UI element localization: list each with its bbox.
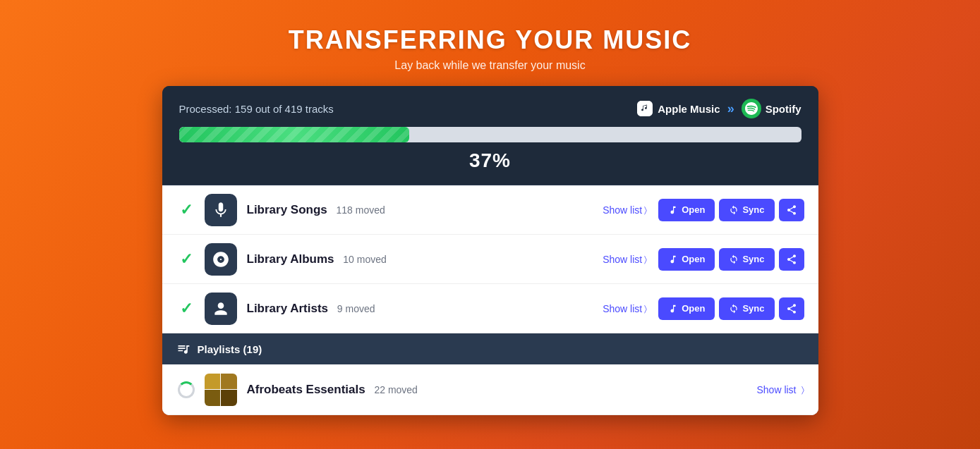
afrobeats-thumbnail bbox=[205, 374, 237, 406]
afrobeats-show-list-btn[interactable]: Show list 〉 bbox=[756, 384, 804, 395]
source-service: Apple Music bbox=[636, 100, 720, 117]
artists-sync-button[interactable]: Sync bbox=[719, 297, 774, 320]
albums-label: Library Albums 10 moved bbox=[247, 252, 603, 266]
albums-sync-button[interactable]: Sync bbox=[719, 248, 774, 271]
service-row: Apple Music » Spotify bbox=[636, 99, 801, 118]
artists-label: Library Artists 9 moved bbox=[247, 302, 603, 316]
source-label: Apple Music bbox=[658, 103, 720, 115]
albums-show-list-btn[interactable]: Show list 〉 bbox=[603, 254, 647, 265]
playlists-header-label: Playlists (19) bbox=[198, 343, 262, 355]
chevron-right-icon: 〉 bbox=[644, 304, 647, 314]
songs-moved: 118 moved bbox=[337, 204, 385, 216]
songs-sync-button[interactable]: Sync bbox=[719, 199, 774, 221]
library-list: ✓ Library Songs 118 moved Show list 〉 bbox=[162, 185, 818, 415]
artists-share-button[interactable] bbox=[779, 297, 804, 320]
albums-open-button[interactable]: Open bbox=[658, 248, 715, 271]
afrobeats-moved: 22 moved bbox=[374, 384, 417, 395]
afrobeats-playlist-row: Afrobeats Essentials 22 moved Show list … bbox=[162, 364, 818, 415]
albums-action-buttons: Open Sync bbox=[658, 248, 804, 271]
songs-show-list-btn[interactable]: Show list 〉 bbox=[603, 204, 647, 216]
destination-service: Spotify bbox=[742, 99, 801, 118]
check-icon-songs: ✓ bbox=[176, 200, 196, 220]
library-artists-row: ✓ Library Artists 9 moved Show list 〉 bbox=[162, 284, 818, 333]
songs-label: Library Songs 118 moved bbox=[247, 203, 603, 217]
progress-bar-fill bbox=[179, 127, 409, 142]
songs-icon-circle bbox=[205, 194, 237, 226]
progress-bar-container bbox=[179, 127, 801, 142]
playlist-icon bbox=[176, 342, 190, 356]
destination-label: Spotify bbox=[766, 103, 801, 115]
songs-open-button[interactable]: Open bbox=[658, 199, 715, 221]
library-songs-row: ✓ Library Songs 118 moved Show list 〉 bbox=[162, 185, 818, 235]
page-header: TRANSFERRING YOUR MUSIC Lay back while w… bbox=[289, 0, 691, 86]
spotify-icon bbox=[742, 99, 761, 118]
albums-icon-circle bbox=[205, 243, 237, 276]
transfer-arrow-icon: » bbox=[727, 102, 734, 116]
playlist-loading-spinner bbox=[176, 380, 196, 400]
transfer-card: Processed: 159 out of 419 tracks Apple M… bbox=[162, 86, 818, 415]
artists-show-list-btn[interactable]: Show list 〉 bbox=[603, 303, 647, 314]
library-albums-row: ✓ Library Albums 10 moved Show list 〉 bbox=[162, 235, 818, 284]
songs-share-button[interactable] bbox=[779, 199, 804, 221]
spinner-ring bbox=[178, 381, 195, 398]
chevron-right-icon: 〉 bbox=[644, 254, 647, 264]
artists-icon-circle bbox=[205, 293, 237, 325]
playlists-header: Playlists (19) bbox=[162, 333, 818, 364]
page-title: TRANSFERRING YOUR MUSIC bbox=[289, 25, 691, 55]
songs-action-buttons: Open Sync bbox=[658, 199, 804, 221]
chevron-right-icon: 〉 bbox=[644, 205, 647, 215]
check-icon-artists: ✓ bbox=[176, 299, 196, 319]
artists-open-button[interactable]: Open bbox=[658, 297, 715, 320]
chevron-right-icon: 〉 bbox=[801, 385, 804, 395]
artists-moved: 9 moved bbox=[337, 303, 375, 314]
albums-share-button[interactable] bbox=[779, 248, 804, 271]
page-subtitle: Lay back while we transfer your music bbox=[289, 59, 691, 72]
albums-moved: 10 moved bbox=[343, 254, 386, 265]
apple-music-icon bbox=[636, 100, 653, 117]
check-icon-albums: ✓ bbox=[176, 250, 196, 269]
progress-percent-label: 37% bbox=[179, 149, 801, 172]
card-top: Processed: 159 out of 419 tracks Apple M… bbox=[162, 86, 818, 185]
artists-action-buttons: Open Sync bbox=[658, 297, 804, 320]
afrobeats-label: Afrobeats Essentials 22 moved bbox=[247, 383, 757, 397]
processed-label: Processed: 159 out of 419 tracks bbox=[179, 103, 334, 115]
